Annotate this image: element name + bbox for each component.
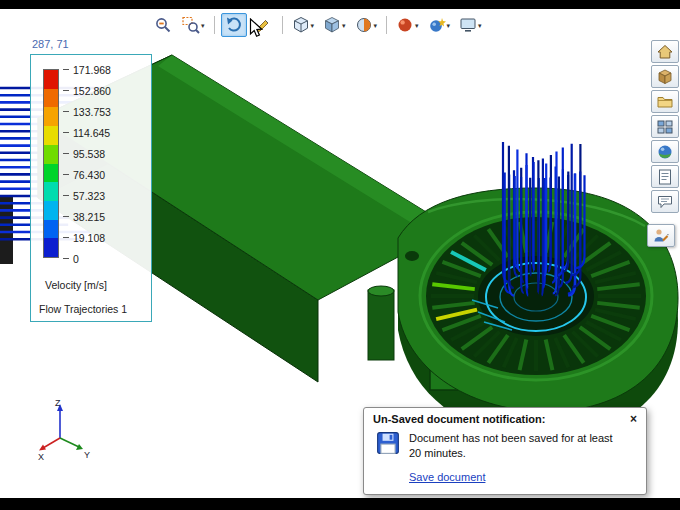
legend-tick: 114.645	[63, 122, 111, 143]
toolbar-separator	[214, 16, 215, 34]
notification-message: Document has not been saved for at least…	[409, 431, 624, 461]
legend-colorbar	[43, 69, 59, 258]
triad-z-label: Z	[55, 398, 61, 408]
markup-icon	[652, 227, 670, 245]
mouse-cursor	[249, 18, 265, 38]
dropdown-caret-icon[interactable]: ▾	[374, 22, 378, 29]
display-style-icon	[323, 16, 341, 34]
zoom-to-area-icon	[182, 16, 200, 34]
task-pane-toolbar	[649, 40, 679, 247]
appearances-scenes-icon	[656, 143, 674, 161]
home-icon	[656, 43, 674, 61]
legend-tick: 19.108	[63, 227, 111, 248]
save-document-link[interactable]: Save document	[409, 470, 485, 485]
legend-tick: 133.753	[63, 101, 111, 122]
view-orientation-button[interactable]: ▾	[289, 13, 318, 37]
dropdown-caret-icon[interactable]: ▾	[478, 22, 482, 29]
letterbox-top	[0, 0, 680, 9]
legend-tick: 171.968	[63, 59, 111, 80]
legend-tick: 38.215	[63, 206, 111, 227]
legend-ticks: 171.968152.860133.753114.64595.53876.430…	[63, 59, 111, 269]
legend-tick: 95.538	[63, 143, 111, 164]
legend-tick: 76.430	[63, 164, 111, 185]
dropdown-caret-icon[interactable]: ▾	[311, 22, 315, 29]
view-palette-button[interactable]	[651, 115, 679, 138]
zoom-to-fit-icon	[154, 16, 172, 34]
apply-scene-button[interactable]: ▾	[425, 13, 454, 37]
dropdown-caret-icon[interactable]: ▾	[201, 22, 205, 29]
fan-opening	[420, 212, 652, 380]
view-settings-icon	[459, 16, 477, 34]
pointer-coordinates: 287, 71	[32, 38, 69, 50]
custom-properties-icon	[656, 168, 674, 186]
view-toolbar: ▾▾▾▾▾▾▾	[150, 11, 485, 39]
orientation-triad: Z X Y	[36, 396, 98, 462]
legend-tick: 57.323	[63, 185, 111, 206]
edit-appearance-button[interactable]: ▾	[393, 13, 422, 37]
letterbox-bottom	[0, 498, 680, 510]
edit-appearance-icon	[396, 16, 414, 34]
file-explorer-button[interactable]	[651, 90, 679, 113]
forum-icon	[656, 193, 674, 211]
model-dark-block	[0, 196, 13, 264]
save-floppy-icon	[376, 431, 400, 485]
home-button[interactable]	[651, 40, 679, 63]
view-palette-icon	[656, 118, 674, 136]
apply-scene-icon	[428, 16, 446, 34]
previous-view-button[interactable]	[221, 13, 247, 37]
legend-plot-name: Flow Trajectories 1	[39, 303, 127, 315]
section-view-button[interactable]: ▾	[352, 13, 381, 37]
dropdown-caret-icon[interactable]: ▾	[415, 22, 419, 29]
appearances-scenes-button[interactable]	[651, 140, 679, 163]
notification-title: Un-Saved document notification:	[373, 413, 545, 425]
unsaved-notification-dialog: Un-Saved document notification: × Docume…	[363, 407, 647, 495]
zoom-to-fit-button[interactable]	[150, 13, 176, 37]
previous-view-icon	[225, 16, 243, 34]
legend-panel[interactable]: 171.968152.860133.753114.64595.53876.430…	[30, 54, 152, 322]
design-library-button[interactable]	[651, 65, 679, 88]
display-style-button[interactable]: ▾	[320, 13, 349, 37]
custom-properties-button[interactable]	[651, 165, 679, 188]
toolbar-separator	[282, 16, 283, 34]
zoom-to-area-button[interactable]: ▾	[179, 13, 208, 37]
legend-title: Velocity [m/s]	[45, 279, 107, 291]
view-orientation-icon	[292, 16, 310, 34]
file-explorer-icon	[656, 93, 674, 111]
toolbar-separator	[386, 16, 387, 34]
view-settings-button[interactable]: ▾	[456, 13, 485, 37]
forum-button[interactable]	[651, 190, 679, 213]
section-view-icon	[355, 16, 373, 34]
legend-tick: 0	[63, 248, 111, 269]
close-icon[interactable]: ×	[628, 413, 639, 425]
legend-tick: 152.860	[63, 80, 111, 101]
design-library-icon	[656, 68, 674, 86]
triad-y-label: Y	[84, 450, 90, 460]
triad-x-label: X	[38, 452, 44, 462]
markup-button[interactable]	[647, 224, 675, 247]
dropdown-caret-icon[interactable]: ▾	[342, 22, 346, 29]
dropdown-caret-icon[interactable]: ▾	[447, 22, 451, 29]
